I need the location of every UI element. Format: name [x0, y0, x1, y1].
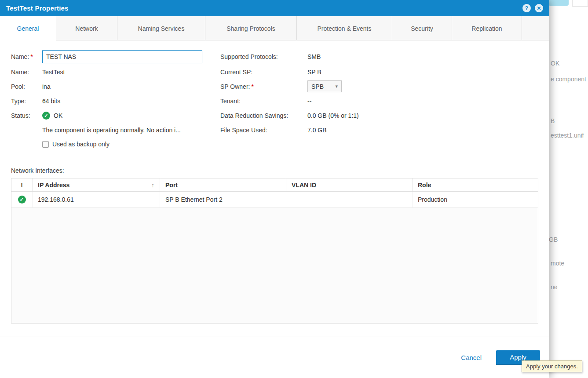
tab-bar-filler	[522, 16, 549, 40]
type-value: 64 bits	[42, 98, 60, 105]
dialog-titlebar: TestTest Properties ? ✕	[0, 0, 549, 16]
sp-owner-selected-value: SPB	[311, 83, 324, 90]
backup-only-checkbox[interactable]	[42, 141, 49, 148]
required-asterisk: *	[30, 53, 33, 60]
background-text: GB	[549, 236, 558, 243]
header-panel-partial	[572, 0, 588, 7]
chevron-down-icon: ▾	[330, 84, 338, 89]
background-text: mote	[551, 260, 564, 267]
dialog-footer: Cancel Apply	[0, 337, 549, 378]
background-text: e component	[551, 76, 586, 83]
current-sp-label: Current SP:	[220, 69, 307, 76]
row-role-cell: Production	[413, 192, 538, 207]
apply-tooltip: Apply your changes.	[522, 360, 582, 372]
name-value: TestTest	[42, 69, 65, 76]
sp-owner-select[interactable]: SPB ▾	[307, 80, 342, 92]
column-header-ip-label: IP Address	[38, 182, 69, 189]
tab-sharing-protocols[interactable]: Sharing Protocols	[205, 16, 297, 40]
help-icon[interactable]: ?	[522, 4, 531, 12]
table-header-row: ! IP Address ↑ Port VLAN ID Role	[11, 178, 538, 192]
close-icon[interactable]: ✕	[535, 4, 543, 12]
tab-general[interactable]: General	[0, 16, 56, 41]
row-status-cell: ✓	[11, 192, 33, 207]
required-asterisk: *	[251, 83, 253, 90]
column-header-role[interactable]: Role	[413, 178, 538, 191]
current-sp-value: SP B	[307, 69, 321, 76]
status-description: The component is operating normally. No …	[42, 127, 181, 134]
column-header-port[interactable]: Port	[160, 178, 286, 191]
column-header-vlan-id[interactable]: VLAN ID	[286, 178, 413, 191]
name-input-label: Name:*	[11, 53, 42, 60]
background-text: esttest1.unif	[551, 132, 584, 139]
name-label: Name:	[11, 69, 42, 76]
tenant-label: Tenant:	[220, 98, 307, 105]
tab-network[interactable]: Network	[56, 16, 117, 40]
tab-naming-services[interactable]: Naming Services	[117, 16, 205, 40]
header-icon-partial	[548, 0, 569, 6]
data-reduction-label: Data Reduction Savings:	[220, 112, 307, 119]
type-label: Type:	[11, 98, 42, 105]
network-interfaces-table: ! IP Address ↑ Port VLAN ID Role ✓ 192.1…	[11, 178, 538, 323]
row-vlan-cell	[286, 192, 413, 207]
tab-protection-events[interactable]: Protection & Events	[297, 16, 392, 40]
background-text: B	[551, 117, 555, 124]
row-port-cell: SP B Ethernet Port 2	[160, 192, 286, 207]
tenant-value: --	[307, 98, 311, 105]
file-space-value: 7.0 GB	[307, 127, 327, 134]
file-space-label: File Space Used:	[220, 127, 307, 134]
network-interfaces-label: Network Interfaces:	[11, 167, 538, 174]
pool-label: Pool:	[11, 83, 42, 90]
tab-replication[interactable]: Replication	[452, 16, 522, 40]
status-value: OK	[54, 112, 62, 119]
background-text: OK	[551, 60, 559, 67]
dialog-title: TestTest Properties	[6, 4, 69, 12]
column-header-ip-address[interactable]: IP Address ↑	[33, 178, 160, 191]
supported-protocols-label: Supported Protocols:	[220, 53, 307, 60]
row-status-ok-icon: ✓	[18, 196, 26, 204]
status-ok-icon: ✓	[42, 112, 50, 120]
pool-value: ina	[42, 83, 51, 90]
data-reduction-value: 0.0 GB (0% or 1:1)	[307, 112, 359, 119]
row-ip-cell: 192.168.0.61	[33, 192, 160, 207]
general-tab-panel: Name:* Name: TestTest Pool: ina Type: 64…	[0, 40, 549, 337]
name-input[interactable]	[42, 50, 202, 63]
tab-bar: General Network Naming Services Sharing …	[0, 16, 549, 40]
sort-ascending-icon: ↑	[151, 182, 154, 189]
table-row[interactable]: ✓ 192.168.0.61 SP B Ethernet Port 2 Prod…	[11, 192, 538, 208]
sp-owner-label: SP Owner:*	[220, 83, 307, 90]
properties-dialog: TestTest Properties ? ✕ General Network …	[0, 0, 549, 378]
backup-only-label: Used as backup only	[52, 141, 110, 148]
cancel-button[interactable]: Cancel	[461, 354, 482, 361]
status-label: Status:	[11, 112, 42, 119]
supported-protocols-value: SMB	[307, 53, 321, 60]
column-header-status[interactable]: !	[11, 178, 33, 191]
background-text: ne	[551, 284, 558, 291]
tab-security[interactable]: Security	[392, 16, 452, 40]
